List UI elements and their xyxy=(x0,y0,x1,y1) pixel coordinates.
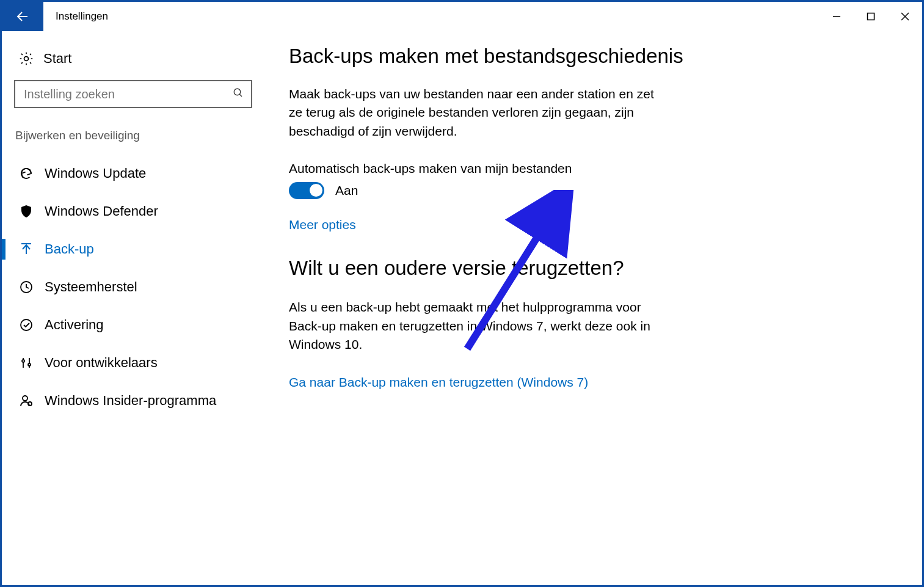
sidebar-item-activation[interactable]: Activering xyxy=(13,308,253,341)
auto-backup-toggle[interactable] xyxy=(289,182,324,199)
search-icon xyxy=(233,87,244,101)
svg-line-7 xyxy=(239,94,242,97)
check-circle-icon xyxy=(18,318,35,332)
start-label: Start xyxy=(43,51,71,67)
close-icon xyxy=(900,12,910,21)
svg-point-11 xyxy=(21,319,32,330)
auto-backup-label: Automatisch back-ups maken van mijn best… xyxy=(289,161,886,176)
close-button[interactable] xyxy=(888,2,922,31)
backup-description: Maak back-ups van uw bestanden naar een … xyxy=(289,85,661,140)
restore-windows7-link[interactable]: Ga naar Back-up maken en terugzetten (Wi… xyxy=(289,375,588,389)
search-box[interactable] xyxy=(14,80,252,108)
sidebar: Start Bijwerken en beveiliging xyxy=(2,31,264,585)
shield-icon xyxy=(18,204,35,219)
svg-point-16 xyxy=(23,396,27,401)
svg-point-6 xyxy=(234,89,241,95)
sidebar-item-label: Windows Update xyxy=(45,166,146,181)
settings-window: Instellingen Start xyxy=(0,0,924,587)
refresh-icon xyxy=(18,166,35,181)
person-badge-icon xyxy=(18,393,35,408)
sidebar-item-for-developers[interactable]: Voor ontwikkelaars xyxy=(13,346,253,379)
sidebar-item-recovery[interactable]: Systeemherstel xyxy=(13,271,253,304)
sidebar-item-insider-program[interactable]: Windows Insider-programma xyxy=(13,384,253,417)
more-options-link[interactable]: Meer opties xyxy=(289,217,356,232)
sidebar-item-label: Back-up xyxy=(45,241,94,257)
back-button[interactable] xyxy=(2,2,43,31)
caption-controls xyxy=(820,2,922,31)
sidebar-item-label: Windows Insider-programma xyxy=(45,393,216,409)
maximize-icon xyxy=(867,12,875,21)
restore-description: Als u een back-up hebt gemaakt met het h… xyxy=(289,298,661,354)
sidebar-item-label: Voor ontwikkelaars xyxy=(45,355,158,371)
window-body: Start Bijwerken en beveiliging xyxy=(2,31,922,585)
svg-point-5 xyxy=(24,57,29,61)
backup-icon xyxy=(18,242,35,257)
history-icon xyxy=(18,280,35,294)
category-header: Bijwerken en beveiliging xyxy=(13,126,253,155)
sidebar-item-windows-update[interactable]: Windows Update xyxy=(13,157,253,190)
svg-point-13 xyxy=(22,360,24,362)
sidebar-item-windows-defender[interactable]: Windows Defender xyxy=(13,195,253,228)
start-home-button[interactable]: Start xyxy=(13,46,253,80)
svg-point-15 xyxy=(28,363,31,366)
search-input[interactable] xyxy=(23,87,233,102)
arrow-left-icon xyxy=(15,9,30,24)
gear-icon xyxy=(18,51,35,67)
page-heading: Back-ups maken met bestandsgeschiedenis xyxy=(289,45,886,68)
restore-heading: Wilt u een oudere versie terugzetten? xyxy=(289,257,886,280)
toggle-thumb xyxy=(310,184,322,197)
sidebar-item-label: Systeemherstel xyxy=(45,279,137,295)
sidebar-item-backup[interactable]: Back-up xyxy=(13,233,253,266)
sidebar-item-label: Windows Defender xyxy=(45,203,158,219)
minimize-icon xyxy=(832,12,841,21)
svg-rect-2 xyxy=(868,13,875,20)
titlebar: Instellingen xyxy=(2,2,922,31)
sliders-icon xyxy=(18,355,35,370)
main-content: Back-ups maken met bestandsgeschiedenis … xyxy=(264,31,922,585)
maximize-button[interactable] xyxy=(854,2,888,31)
sidebar-item-label: Activering xyxy=(45,317,104,333)
auto-backup-toggle-row: Aan xyxy=(289,182,886,199)
toggle-state-label: Aan xyxy=(335,183,358,198)
window-title: Instellingen xyxy=(43,2,108,31)
minimize-button[interactable] xyxy=(820,2,854,31)
